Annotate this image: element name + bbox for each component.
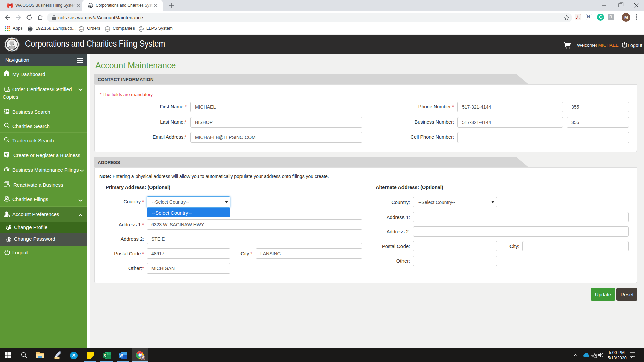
svg-text:S: S (72, 353, 75, 358)
svg-text:W: W (119, 353, 123, 357)
svg-text:LLPS: LLPS (106, 28, 109, 30)
svg-text:LLPS: LLPS (139, 28, 143, 30)
svg-text:X: X (104, 353, 106, 357)
svg-text:1889: 1889 (10, 50, 14, 51)
svg-text:LLPS: LLPS (79, 28, 83, 30)
svg-text:THE SEAL OF: THE SEAL OF (8, 39, 16, 40)
